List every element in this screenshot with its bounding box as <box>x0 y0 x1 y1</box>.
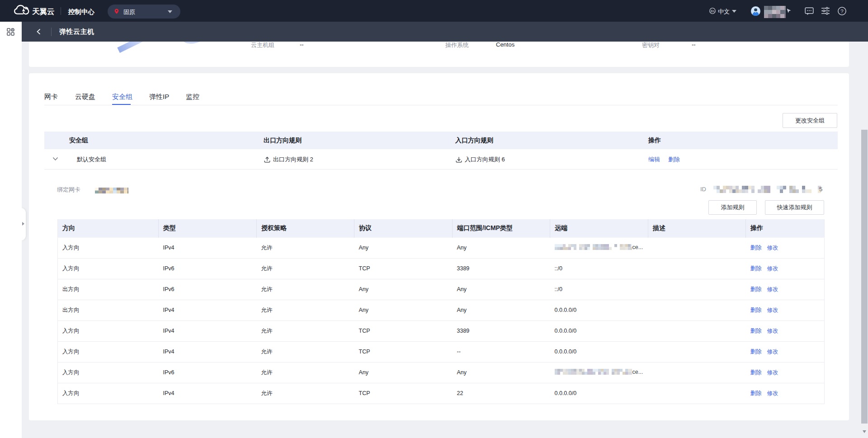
svg-text:?: ? <box>840 9 843 14</box>
svg-text:En: En <box>711 9 714 13</box>
